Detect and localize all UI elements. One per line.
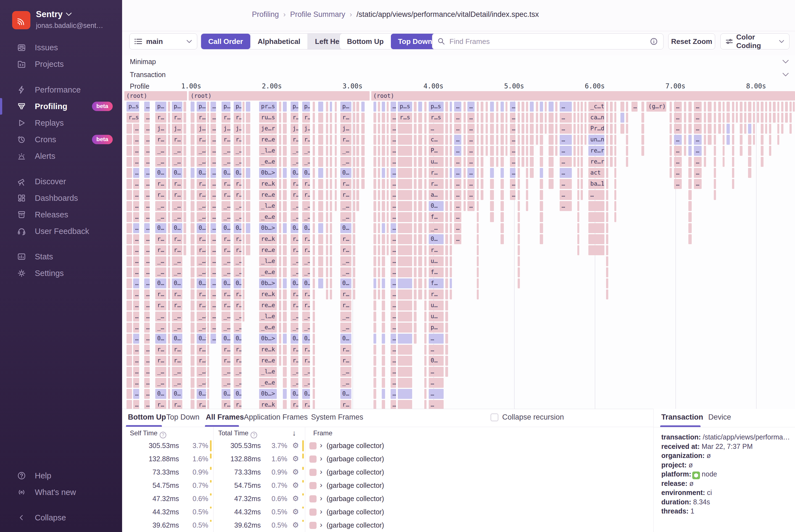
flame-cell[interactable]: r… [222, 113, 230, 122]
flame-cell[interactable] [555, 135, 557, 145]
flame-cell[interactable]: r… [155, 245, 166, 255]
flame-cell[interactable]: 0… [290, 279, 298, 288]
flame-cell[interactable]: _… [290, 256, 298, 266]
flame-cell[interactable] [445, 135, 448, 145]
flame-cell[interactable]: … [510, 146, 515, 156]
flame-cell[interactable]: _… [172, 323, 182, 332]
flame-cell[interactable] [361, 135, 365, 145]
flame-cell[interactable]: _l…e [259, 311, 277, 322]
flame-cell[interactable]: r… [429, 168, 443, 178]
flame-cell[interactable] [740, 146, 742, 156]
flame-cell[interactable] [207, 311, 209, 322]
gear-icon[interactable]: ⚙ [292, 494, 299, 503]
flame-cell[interactable]: _… [172, 256, 182, 266]
flame-cell[interactable]: r…k [197, 179, 206, 189]
flame-cell[interactable] [761, 102, 763, 112]
flame-cell[interactable] [641, 146, 644, 156]
flame-cell[interactable]: … [144, 223, 150, 233]
flame-cell[interactable] [127, 245, 132, 255]
flame-cell[interactable] [748, 135, 751, 145]
flame-cell[interactable] [353, 102, 355, 112]
flame-cell[interactable] [207, 289, 209, 300]
flame-cell[interactable] [522, 124, 524, 134]
flame-cell[interactable]: … [133, 223, 139, 233]
flame-cell[interactable] [378, 267, 380, 277]
flame-cell[interactable] [387, 135, 389, 145]
flame-cell[interactable] [518, 245, 520, 255]
flame-cell[interactable] [757, 113, 759, 122]
flame-cell[interactable]: _…e [197, 367, 206, 377]
flame-cell[interactable] [374, 345, 376, 355]
flame-cell[interactable]: _… [340, 157, 352, 167]
table-row[interactable]: 39.62ms0.5%39.62ms0.5%⚙›(garbage collect… [122, 519, 653, 532]
flame-cell[interactable] [518, 124, 520, 134]
flame-cell[interactable] [168, 256, 170, 266]
flame-cell[interactable]: (root) [189, 91, 370, 100]
flame-cell[interactable] [330, 201, 332, 211]
flame-cell[interactable] [490, 201, 494, 211]
flame-cell[interactable]: _… [155, 146, 166, 156]
flame-cell[interactable] [127, 135, 132, 145]
flame-cell[interactable]: … [210, 245, 216, 255]
flame-cell[interactable] [549, 135, 553, 145]
gear-icon[interactable]: ⚙ [292, 441, 299, 450]
flame-cell[interactable] [414, 323, 417, 332]
flame-cell[interactable] [378, 223, 380, 233]
flame-cell[interactable]: 0… [429, 356, 443, 366]
flame-cell[interactable] [781, 102, 783, 112]
flame-cell[interactable] [382, 201, 385, 211]
flame-cell[interactable] [279, 168, 281, 178]
flame-cell[interactable] [577, 157, 579, 167]
flame-cell[interactable]: … [631, 102, 638, 112]
flame-cell[interactable]: … [391, 113, 396, 122]
flame-cell[interactable] [243, 234, 244, 244]
flame-cell[interactable] [168, 389, 170, 399]
flame-cell[interactable] [518, 135, 520, 145]
flame-cell[interactable]: 0… [172, 279, 182, 288]
flame-cell[interactable] [283, 212, 287, 222]
flame-cell[interactable] [279, 311, 281, 322]
sidebar-item-stats[interactable]: Stats [0, 248, 122, 265]
flame-cell[interactable] [526, 146, 528, 156]
flame-cell[interactable]: … [133, 367, 139, 377]
flame-cell[interactable] [526, 157, 528, 167]
flame-cell[interactable] [184, 113, 186, 122]
flame-cell[interactable] [526, 124, 528, 134]
flame-cell[interactable] [708, 113, 712, 122]
flame-cell[interactable] [326, 256, 328, 266]
expand-chevron-icon[interactable]: › [320, 454, 322, 463]
flame-cell[interactable]: r… [302, 400, 310, 409]
flame-cell[interactable] [450, 212, 452, 222]
flame-cell[interactable]: _… [234, 201, 242, 211]
flame-cell[interactable]: 0… [302, 168, 310, 178]
flame-cell[interactable] [688, 223, 692, 233]
flame-cell[interactable] [414, 168, 417, 178]
flame-cell[interactable] [374, 400, 376, 409]
flame-cell[interactable]: _… [302, 367, 310, 377]
flame-cell[interactable]: 0… [155, 279, 166, 288]
flame-cell[interactable] [669, 157, 672, 167]
flame-cell[interactable] [382, 124, 385, 134]
flame-cell[interactable] [335, 179, 337, 189]
flame-cell[interactable] [398, 378, 412, 388]
flame-cell[interactable] [522, 102, 524, 112]
flame-cell[interactable]: _…e [197, 311, 206, 322]
flame-cell[interactable]: r… [222, 245, 230, 255]
flame-cell[interactable] [246, 179, 250, 189]
flame-cell[interactable] [168, 234, 170, 244]
flame-cell[interactable]: r…e [197, 356, 206, 366]
flame-cell[interactable]: _… [155, 157, 166, 167]
flame-cell[interactable] [414, 124, 417, 134]
flame-cell[interactable]: r…s [398, 113, 412, 122]
flame-cell[interactable] [414, 223, 417, 233]
flame-cell[interactable] [477, 223, 479, 233]
flame-cell[interactable]: … [694, 124, 702, 134]
flame-cell[interactable]: … [429, 124, 443, 134]
flame-cell[interactable] [522, 113, 524, 122]
flame-cell[interactable] [424, 223, 427, 233]
flame-cell[interactable] [374, 190, 376, 200]
flame-cell[interactable]: r…e [197, 135, 206, 145]
flame-cell[interactable] [606, 146, 608, 156]
flame-cell[interactable] [374, 223, 376, 233]
flame-cell[interactable] [398, 168, 412, 178]
